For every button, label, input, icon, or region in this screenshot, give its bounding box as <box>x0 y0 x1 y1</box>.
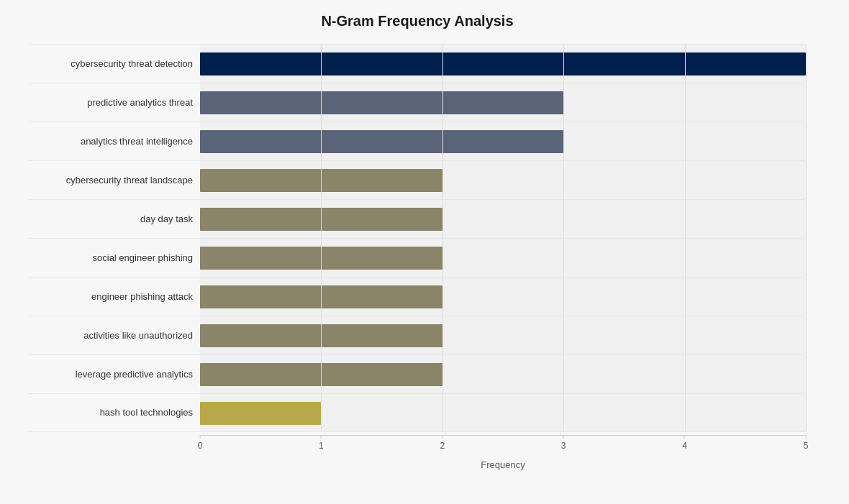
x-tick: 2 <box>440 435 445 451</box>
bar-track <box>200 45 806 83</box>
x-tick: 0 <box>198 435 203 451</box>
bar-label: predictive analytics threat <box>29 97 200 108</box>
grid-line <box>685 122 686 160</box>
bar-track <box>200 394 806 431</box>
grid-line <box>563 45 564 83</box>
grid-line <box>685 316 686 354</box>
grid-line <box>442 122 443 160</box>
grid-line <box>321 355 322 393</box>
grid-line <box>563 316 564 354</box>
bar-row: day day task <box>29 199 806 238</box>
x-tick-label: 5 <box>804 441 809 451</box>
bar-label: leverage predictive analytics <box>29 369 200 380</box>
grid-line <box>806 45 807 83</box>
bar-track <box>200 200 806 238</box>
bar-track <box>200 355 806 393</box>
grid-line <box>685 161 686 199</box>
grid-line <box>806 316 807 354</box>
bar-label: activities like unauthorized <box>29 330 200 341</box>
bar-fill <box>200 402 321 425</box>
grid-line <box>563 355 564 393</box>
grid-line <box>321 239 322 277</box>
bar-row: cybersecurity threat landscape <box>29 160 806 199</box>
grid-line <box>321 394 322 431</box>
grid-line <box>442 394 443 431</box>
grid-line <box>685 45 686 83</box>
grid-line <box>442 200 443 238</box>
bar-label: social engineer phishing <box>29 252 200 263</box>
x-tick-line <box>684 435 685 439</box>
grid-line <box>321 200 322 238</box>
x-tick-label: 0 <box>198 441 203 451</box>
grid-line <box>806 122 807 160</box>
grid-line <box>563 161 564 199</box>
bar-track <box>200 122 806 160</box>
x-tick: 3 <box>561 435 566 451</box>
grid-line <box>806 278 807 316</box>
bar-track <box>200 161 806 199</box>
grid-line <box>442 278 443 316</box>
bar-row: cybersecurity threat detection <box>29 44 806 83</box>
grid-line <box>685 355 686 393</box>
grid-line <box>442 45 443 83</box>
grid-line <box>321 161 322 199</box>
grid-line <box>806 83 807 122</box>
grid-line <box>806 161 807 199</box>
chart-area: cybersecurity threat detectionpredictive… <box>29 44 806 432</box>
bar-row: activities like unauthorized <box>29 316 806 354</box>
grid-line <box>806 394 807 431</box>
x-tick-label: 2 <box>440 441 445 451</box>
bar-row: hash tool technologies <box>29 393 806 432</box>
grid-line <box>563 122 564 160</box>
chart-container: N-Gram Frequency Analysis cybersecurity … <box>14 0 835 504</box>
grid-line <box>685 83 686 122</box>
bar-label: day day task <box>29 214 200 224</box>
grid-line <box>442 83 443 122</box>
x-tick-label: 3 <box>561 441 566 451</box>
grid-line <box>442 316 443 354</box>
grid-line <box>685 239 686 277</box>
x-tick: 4 <box>682 435 687 451</box>
grid-line <box>321 316 322 354</box>
x-axis-line <box>200 435 806 436</box>
grid-line <box>685 200 686 238</box>
bar-row: social engineer phishing <box>29 238 806 277</box>
grid-line <box>563 239 564 277</box>
bar-track <box>200 83 806 122</box>
x-axis: 012345 <box>200 435 806 457</box>
bar-label: analytics threat intelligence <box>29 136 200 147</box>
grid-line <box>442 161 443 199</box>
grid-line <box>685 278 686 316</box>
x-tick-label: 1 <box>319 441 324 451</box>
grid-line <box>806 200 807 238</box>
x-tick-line <box>563 435 564 439</box>
bar-label: hash tool technologies <box>29 407 200 418</box>
x-tick-line <box>806 435 807 439</box>
bar-fill <box>200 52 806 75</box>
x-tick-line <box>321 435 322 439</box>
bar-fill <box>200 130 563 153</box>
bar-label: engineer phishing attack <box>29 291 200 302</box>
x-tick-label: 4 <box>682 441 687 451</box>
x-tick-line <box>200 435 201 439</box>
bar-track <box>200 239 806 277</box>
grid-line <box>806 239 807 277</box>
grid-line <box>321 83 322 122</box>
x-axis-title: Frequency <box>200 459 806 470</box>
grid-line <box>563 394 564 431</box>
bar-track <box>200 316 806 354</box>
bar-row: analytics threat intelligence <box>29 122 806 160</box>
grid-line <box>321 122 322 160</box>
grid-line <box>563 278 564 316</box>
bar-row: leverage predictive analytics <box>29 354 806 393</box>
grid-line <box>685 394 686 431</box>
bar-label: cybersecurity threat landscape <box>29 175 200 185</box>
x-tick: 1 <box>319 435 324 451</box>
x-tick-line <box>442 435 442 439</box>
bar-label: cybersecurity threat detection <box>29 58 200 69</box>
bar-row: engineer phishing attack <box>29 277 806 316</box>
chart-title: N-Gram Frequency Analysis <box>29 13 806 29</box>
grid-line <box>806 355 807 393</box>
bar-track <box>200 278 806 316</box>
grid-line <box>563 200 564 238</box>
